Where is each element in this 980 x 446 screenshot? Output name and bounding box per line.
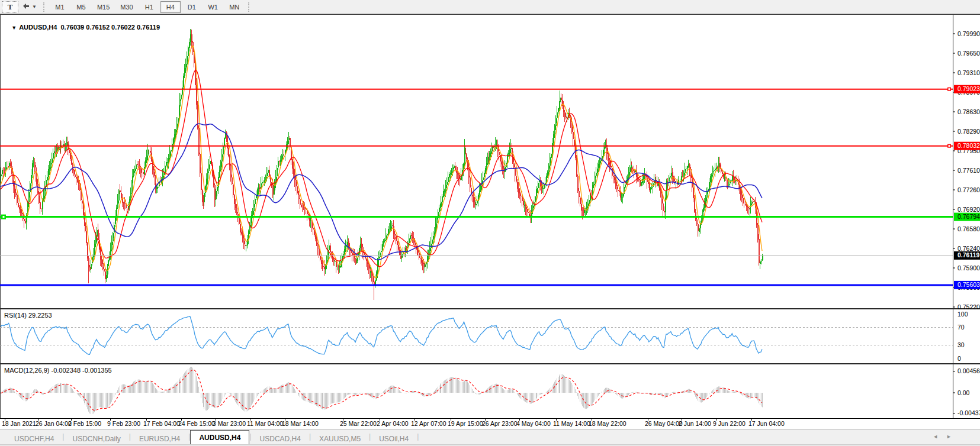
chart-menu-icon: ▼ bbox=[11, 25, 17, 31]
time-axis-label: 2 Jun 14:00 bbox=[679, 420, 711, 427]
timeframe-button-d1[interactable]: D1 bbox=[182, 1, 202, 13]
time-axis-label: 26 Jan 04:00 bbox=[36, 420, 72, 427]
candles bbox=[1, 29, 763, 300]
tab-separator: | bbox=[417, 432, 419, 441]
macd-axis-label: 0.00 bbox=[957, 389, 970, 396]
time-axis-label: 2 Feb 15:00 bbox=[68, 420, 101, 427]
chart-ohlc-readout: ▼AUDUSD,H4 0.76039 0.76152 0.76022 0.761… bbox=[4, 17, 160, 38]
svg-text:0: 0 bbox=[957, 355, 961, 362]
time-axis: 18 Jan 202126 Jan 04:002 Feb 15:009 Feb … bbox=[2, 419, 785, 427]
ma-fast-line bbox=[1, 46, 762, 277]
svg-text:30: 30 bbox=[957, 341, 965, 348]
svg-text:100: 100 bbox=[957, 311, 968, 318]
price-axis-label: 0.78290 bbox=[957, 128, 980, 135]
symbol-tab-bar: USDCHF,H4|USDCNH,Daily|EURUSD,H4|AUDUSD,… bbox=[0, 429, 980, 445]
price-axis-label: 0.76240 bbox=[957, 245, 980, 252]
time-axis-label: 11 May 14:00 bbox=[553, 420, 590, 427]
time-axis-label: 3 Mar 23:00 bbox=[213, 420, 246, 427]
time-axis-label: 2 Apr 04:00 bbox=[377, 420, 409, 427]
symbol-tab-usdchf[interactable]: USDCHF,H4 bbox=[6, 433, 62, 445]
symbol-tab-usoil[interactable]: USOil,H4 bbox=[371, 433, 417, 445]
price-axis-label: 0.79990 bbox=[957, 30, 980, 37]
symbol-tab-usdcnh[interactable]: USDCNH,Daily bbox=[64, 433, 128, 445]
timeframe-button-h1[interactable]: H1 bbox=[139, 1, 159, 13]
time-axis-label: 4 May 04:00 bbox=[516, 420, 551, 427]
time-axis-label: 25 Mar 22:00 bbox=[340, 420, 377, 427]
timeframe-button-m5[interactable]: M5 bbox=[71, 1, 91, 13]
price-axis-label: 0.75220 bbox=[957, 303, 980, 311]
price-axis-label: 0.77260 bbox=[957, 186, 980, 193]
toolbar-grip bbox=[248, 2, 251, 12]
toolbar-grip bbox=[43, 2, 46, 12]
svg-text:0.75603: 0.75603 bbox=[957, 281, 980, 288]
symbol-tab-usdcad[interactable]: USDCAD,H4 bbox=[252, 433, 309, 445]
tabs-scroll-left-icon[interactable]: ◄ bbox=[933, 434, 938, 439]
chart-arrows-icon bbox=[23, 3, 30, 11]
time-axis-label: 17 Feb 04:00 bbox=[143, 420, 180, 427]
macd-signal-line bbox=[1, 370, 762, 410]
time-axis-label: 26 Apr 23:00 bbox=[482, 420, 518, 427]
symbol-tab-audusd[interactable]: AUDUSD,H4 bbox=[190, 430, 249, 445]
chart-style-dropdown-button[interactable]: ▼ bbox=[20, 1, 40, 13]
text-tool-button[interactable]: T bbox=[2, 1, 18, 13]
price-axis-label: 0.76580 bbox=[957, 225, 980, 232]
symbol-tab-xauusd[interactable]: XAUUSD,M5 bbox=[311, 433, 369, 445]
rsi-line bbox=[1, 316, 762, 354]
up-candle-bodies bbox=[1, 34, 763, 286]
price-axis-label: 0.78630 bbox=[957, 108, 980, 115]
chart-canvas[interactable]: 0.799900.796500.793100.789700.786300.782… bbox=[0, 0, 980, 446]
chart-ohlc-values: 0.76039 0.76152 0.76022 0.76119 bbox=[60, 24, 160, 31]
timeframe-button-mn[interactable]: MN bbox=[224, 1, 245, 13]
macd-indicator-label: MACD(12,26,9) -0.002348 -0.001355 bbox=[4, 367, 112, 374]
macd-axis-label: -0.004372 bbox=[957, 409, 980, 416]
time-axis-label: 18 Mar 14:00 bbox=[282, 420, 319, 427]
time-axis-label: 19 Apr 15:00 bbox=[448, 420, 483, 427]
price-axis-label: 0.79310 bbox=[957, 69, 980, 76]
dropdown-caret-icon: ▼ bbox=[32, 5, 37, 9]
timeframe-button-m30[interactable]: M30 bbox=[115, 1, 137, 13]
timeframe-button-m15[interactable]: M15 bbox=[92, 1, 114, 13]
mt4-window: T ▼ M1M5M15M30H1H4D1W1MN 0.799900.796500… bbox=[0, 0, 980, 446]
rsi-panel-splitter bbox=[0, 308, 980, 309]
svg-text:70: 70 bbox=[957, 324, 965, 331]
time-axis-label: 9 Feb 23:00 bbox=[107, 420, 140, 427]
time-axis-label: 11 Mar 04:00 bbox=[247, 420, 283, 427]
symbol-tab-eurusd[interactable]: EURUSD,H4 bbox=[131, 433, 188, 445]
price-axis-label: 0.77610 bbox=[957, 167, 980, 174]
time-axis-label: 17 Jun 04:00 bbox=[748, 420, 785, 427]
time-axis-label: 18 Jan 2021 bbox=[2, 420, 36, 427]
price-axis-label: 0.75900 bbox=[957, 264, 980, 272]
rsi-indicator-label: RSI(14) 29.2253 bbox=[4, 312, 52, 319]
timeframe-button-h4[interactable]: H4 bbox=[160, 1, 181, 13]
macd-panel-splitter bbox=[0, 363, 980, 364]
timeframe-button-m1[interactable]: M1 bbox=[50, 1, 70, 13]
time-axis-label: 24 Feb 15:00 bbox=[178, 420, 215, 427]
svg-text:0.78032: 0.78032 bbox=[957, 142, 980, 149]
time-axis-label: 26 May 04:00 bbox=[645, 420, 683, 427]
rsi-levels: 10070300 bbox=[0, 311, 968, 362]
svg-text:0.76794: 0.76794 bbox=[957, 213, 980, 220]
price-axis-label: 0.79650 bbox=[957, 50, 980, 57]
timeframe-toolbar: T ▼ M1M5M15M30H1H4D1W1MN bbox=[0, 0, 980, 14]
time-axis-label: 12 Apr 07:00 bbox=[411, 420, 446, 427]
macd-histogram bbox=[1, 367, 763, 414]
time-axis-label: 9 Jun 22:00 bbox=[713, 420, 746, 427]
chart-symbol-title: AUDUSD,H4 bbox=[19, 24, 57, 31]
timeframe-button-w1[interactable]: W1 bbox=[203, 1, 223, 13]
svg-text:0.76119: 0.76119 bbox=[957, 251, 980, 258]
svg-text:0.79023: 0.79023 bbox=[957, 85, 980, 92]
price-axis-label: 0.76920 bbox=[957, 206, 980, 213]
macd-axis-label: 0.004561 bbox=[957, 367, 980, 374]
time-axis-label: 18 May 22:00 bbox=[589, 420, 626, 427]
tabs-scroll-right-icon[interactable]: ► bbox=[946, 434, 952, 439]
